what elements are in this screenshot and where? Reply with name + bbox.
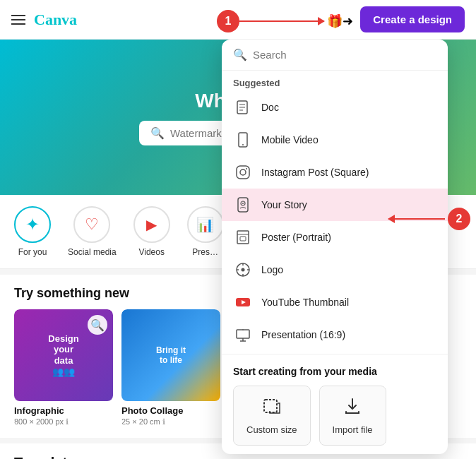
svg-point-8 bbox=[246, 168, 247, 169]
step2-indicator: 2 bbox=[388, 208, 470, 230]
dropdown-search-icon: 🔍 bbox=[233, 48, 247, 61]
hamburger-menu[interactable] bbox=[11, 15, 25, 25]
dropdown-divider bbox=[222, 354, 448, 354]
header-left: Canva bbox=[11, 11, 77, 29]
custom-size-button[interactable]: Custom size bbox=[233, 386, 311, 446]
svg-point-7 bbox=[240, 169, 246, 175]
dropdown-presentation-label: Presentation (16:9) bbox=[261, 329, 345, 340]
step2-arrow-line bbox=[388, 218, 445, 220]
category-social-media[interactable]: ♡ Social media bbox=[68, 206, 117, 257]
card-photo-bg: Bring itto life bbox=[121, 309, 220, 401]
dropdown-poster-label: Poster (Portrait) bbox=[261, 232, 331, 243]
svg-rect-14 bbox=[240, 237, 246, 241]
dropdown-item-mobile-video[interactable]: Mobile Video bbox=[222, 124, 448, 156]
category-label-for-you: For you bbox=[18, 247, 47, 257]
import-file-label: Import file bbox=[333, 424, 373, 435]
category-label-videos: Videos bbox=[138, 247, 164, 257]
step1-indicator: 1 🎁➜ bbox=[217, 10, 353, 32]
photo-card-text: Bring itto life bbox=[156, 345, 186, 365]
svg-point-5 bbox=[242, 144, 244, 145]
dropdown-item-youtube[interactable]: YouTube Thumbnail bbox=[222, 286, 448, 318]
mobile-video-icon bbox=[233, 130, 253, 150]
create-design-dropdown: 🔍 Suggested Doc bbox=[222, 40, 448, 454]
your-story-icon bbox=[233, 195, 253, 215]
presentation-icon bbox=[233, 325, 253, 345]
dropdown-instagram-label: Instagram Post (Square) bbox=[261, 167, 369, 178]
search-icon: 🔍 bbox=[150, 126, 165, 140]
youtube-icon bbox=[233, 292, 253, 312]
dropdown-item-logo[interactable]: Logo bbox=[222, 254, 448, 286]
dropdown-youtube-label: YouTube Thumbnail bbox=[261, 297, 349, 308]
category-presentations[interactable]: 📊 Pres… bbox=[187, 206, 224, 257]
instagram-icon bbox=[233, 162, 253, 182]
svg-point-16 bbox=[242, 268, 245, 272]
card-infographic-bg: 🔍 Designyourdata👥👥 bbox=[14, 309, 113, 401]
dropdown-media-buttons: Custom size Import file bbox=[233, 386, 436, 446]
card-photo-title: Photo Collage bbox=[121, 405, 220, 416]
poster-icon bbox=[233, 227, 253, 247]
dropdown-doc-label: Doc bbox=[261, 102, 279, 113]
custom-size-icon bbox=[262, 396, 282, 420]
card-infographic[interactable]: 🔍 Designyourdata👥👥 Infographic 800 × 200… bbox=[14, 309, 113, 427]
info-icon[interactable]: ℹ bbox=[66, 417, 69, 426]
category-icon-social-media: ♡ bbox=[73, 206, 110, 243]
dropdown-item-instagram[interactable]: Instagram Post (Square) bbox=[222, 156, 448, 189]
gift-icon-area: 🎁➜ bbox=[327, 13, 353, 29]
import-file-icon bbox=[343, 396, 362, 420]
dropdown-media-title: Start creating from your media bbox=[233, 366, 436, 377]
custom-size-label: Custom size bbox=[246, 424, 297, 435]
dropdown-search-area[interactable]: 🔍 bbox=[222, 40, 448, 71]
doc-icon bbox=[233, 97, 253, 117]
templates-title: Templates bbox=[14, 455, 462, 459]
info-icon-2[interactable]: ℹ bbox=[162, 417, 165, 426]
dropdown-media-section: Start creating from your media Custom si… bbox=[222, 357, 448, 454]
card-photo-collage[interactable]: Bring itto life Photo Collage 25 × 20 cm… bbox=[121, 309, 220, 427]
svg-point-20 bbox=[242, 329, 244, 330]
infographic-card-text: Designyourdata👥👥 bbox=[48, 333, 78, 377]
category-for-you[interactable]: ✦ For you bbox=[14, 206, 51, 257]
step1-circle: 1 bbox=[217, 10, 239, 32]
dropdown-mobile-video-label: Mobile Video bbox=[261, 134, 319, 145]
header: Canva 1 🎁➜ Create a design bbox=[0, 0, 476, 40]
svg-rect-19 bbox=[237, 330, 249, 338]
svg-rect-6 bbox=[237, 166, 249, 179]
logo-icon bbox=[233, 260, 253, 280]
svg-point-11 bbox=[242, 203, 244, 204]
svg-rect-12 bbox=[237, 231, 249, 244]
create-design-button[interactable]: Create a design bbox=[360, 6, 465, 32]
category-videos[interactable]: ▶ Videos bbox=[133, 206, 170, 257]
step2-circle: 2 bbox=[448, 208, 470, 230]
category-label-social-media: Social media bbox=[68, 247, 117, 257]
dropdown-search-input[interactable] bbox=[253, 49, 436, 61]
category-icon-presentations: 📊 bbox=[187, 206, 224, 243]
category-icon-for-you: ✦ bbox=[14, 206, 51, 243]
dropdown-logo-label: Logo bbox=[261, 264, 283, 275]
step1-arrow bbox=[239, 20, 324, 22]
card-infographic-sub: 800 × 2000 px ℹ bbox=[14, 417, 113, 427]
category-label-presentations: Pres… bbox=[192, 247, 218, 257]
category-icon-videos: ▶ bbox=[133, 206, 170, 243]
card-photo-sub: 25 × 20 cm ℹ bbox=[121, 417, 220, 427]
card-search-icon[interactable]: 🔍 bbox=[88, 315, 107, 335]
main-content: What will 🔍 ✦ For you ♡ Social media ▶ V… bbox=[0, 40, 476, 459]
card-infographic-title: Infographic bbox=[14, 405, 113, 416]
dropdown-item-presentation[interactable]: Presentation (16:9) bbox=[222, 318, 448, 351]
svg-rect-9 bbox=[238, 198, 248, 212]
dropdown-item-doc[interactable]: Doc bbox=[222, 91, 448, 124]
import-file-button[interactable]: Import file bbox=[319, 386, 386, 446]
svg-rect-23 bbox=[264, 400, 277, 412]
dropdown-your-story-label: Your Story bbox=[261, 199, 307, 210]
dropdown-suggested-label: Suggested bbox=[222, 71, 448, 91]
canva-logo: Canva bbox=[34, 11, 77, 29]
